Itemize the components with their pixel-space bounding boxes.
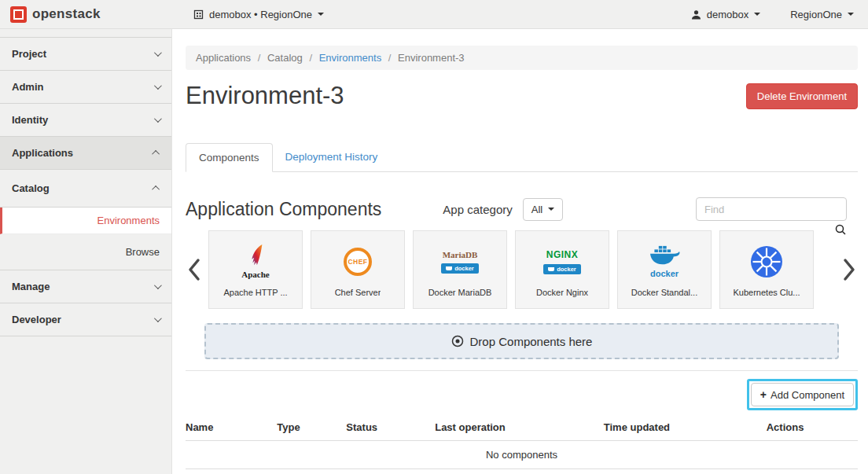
drop-components-zone[interactable]: Drop Components here [204,323,839,359]
component-card-label: Docker Standal... [631,288,697,297]
breadcrumb-current: Environment-3 [398,52,465,64]
sidebar-item-label: Developer [12,314,61,325]
breadcrumb-separator: / [388,52,392,64]
breadcrumb-separator: / [309,52,312,64]
project-icon [193,9,204,20]
whale-icon [548,267,554,271]
sidebar-item-manage[interactable]: Manage [0,270,171,303]
docker-badge-label: docker [557,266,576,273]
carousel-prev-button[interactable] [186,230,203,309]
chevron-down-icon [154,281,162,289]
chevron-down-icon [154,314,162,322]
component-card-docker-standalone[interactable]: docker Docker Standal... [617,230,712,309]
tab-deployment-history[interactable]: Deployment History [273,143,391,172]
mariadb-wordmark: MariaDB [443,250,478,259]
target-icon [451,335,464,347]
find-input[interactable] [696,197,847,221]
component-cards: Apache Apache HTTP ... CHEF Chef Server … [208,230,835,309]
app-category-value: All [531,204,542,215]
empty-table-row: No components [186,441,858,469]
context-label: demobox • RegionOne [209,9,312,20]
plus-icon: + [760,388,767,401]
docker-logo-icon: docker [647,242,682,281]
top-bar: openstack demobox • RegionOne demobox Re… [0,0,868,29]
docker-wordmark: docker [650,269,679,278]
sidebar-item-label: Identity [12,114,48,126]
add-component-row: + Add Component [186,379,858,410]
project-region-switcher[interactable]: demobox • RegionOne [193,9,324,20]
brand-name: openstack [32,6,101,22]
caret-down-icon [548,208,554,211]
chevron-down-icon [154,49,162,57]
caret-down-icon [848,13,854,16]
sidebar-item-browse[interactable]: Browse [0,234,171,270]
mariadb-docker-logo-icon: MariaDB docker [441,242,479,281]
section-title: Application Components [186,199,381,220]
chevron-up-icon [152,186,160,193]
chevron-up-icon [152,150,160,158]
column-header-last-operation: Last operation [435,413,604,441]
component-card-apache-http[interactable]: Apache Apache HTTP ... [208,230,303,309]
tab-components[interactable]: Components [186,143,273,172]
breadcrumb-separator: / [258,52,261,64]
section-divider [186,370,858,371]
apache-logo-icon: Apache [241,242,269,281]
component-card-chef-server[interactable]: CHEF Chef Server [311,230,405,309]
chevron-right-icon [842,258,856,281]
openstack-logo-icon [10,6,27,23]
component-search [696,197,847,221]
user-menu[interactable]: demobox [691,9,760,20]
caret-down-icon [754,13,760,16]
topbar-right: demobox RegionOne [691,9,868,20]
column-header-time-updated: Time updated [604,413,767,441]
sidebar-item-environments[interactable]: Environments [0,208,171,234]
region-label: RegionOne [790,9,842,20]
component-card-docker-mariadb[interactable]: MariaDB docker Docker MariaDB [413,230,507,309]
user-label: demobox [707,9,748,20]
add-component-button[interactable]: + Add Component [751,383,854,406]
sidebar-item-label: Browse [126,246,160,258]
component-card-label: Apache HTTP ... [223,288,287,297]
breadcrumb-environments-link[interactable]: Environments [319,52,381,64]
sidebar-item-project[interactable]: Project [0,38,171,71]
caret-down-icon [318,13,324,16]
component-card-docker-nginx[interactable]: NGINX docker Docker Nginx [515,230,609,309]
user-icon [691,9,701,20]
highlight-box: + Add Component [747,379,858,410]
horizon-dashboard: openstack demobox • RegionOne demobox Re… [0,0,868,474]
components-table: Name Type Status Last operation Time upd… [186,413,858,469]
region-menu[interactable]: RegionOne [790,9,854,20]
search-icon[interactable] [835,224,846,235]
component-card-kubernetes[interactable]: Kubernetes Clu... [719,230,814,309]
sidebar-item-applications[interactable]: Applications [0,137,171,170]
sidebar-item-catalog[interactable]: Catalog [0,170,171,208]
docker-badge-icon: docker [543,264,581,274]
carousel-next-button[interactable] [840,230,858,309]
kubernetes-logo-icon [750,242,783,281]
sidebar: Project Admin Identity Applications Cata… [0,29,172,474]
chevron-down-icon [154,115,162,123]
breadcrumb-catalog: Catalog [267,52,303,64]
sidebar-item-admin[interactable]: Admin [0,71,171,104]
breadcrumb: Applications / Catalog / Environments / … [186,46,858,70]
whale-icon [446,266,452,270]
sidebar-item-label: Catalog [12,182,50,194]
delete-environment-button[interactable]: Delete Environment [746,83,858,109]
table-header-row: Name Type Status Last operation Time upd… [186,413,858,441]
main-content: Applications / Catalog / Environments / … [172,29,868,474]
component-card-label: Docker Nginx [536,288,588,297]
app-category-dropdown[interactable]: All [523,198,563,221]
dropzone-label: Drop Components here [470,335,593,348]
chef-logo-icon: CHEF [344,242,372,281]
sidebar-item-label: Applications [12,147,73,159]
breadcrumb-applications: Applications [196,52,251,64]
openstack-brand[interactable]: openstack [0,6,172,23]
sidebar-item-developer[interactable]: Developer [0,303,171,336]
chevron-down-icon [154,82,162,90]
chef-wordmark: CHEF [348,258,367,266]
docker-badge-label: docker [454,265,474,272]
column-header-type: Type [277,413,346,441]
column-header-status: Status [346,413,435,441]
sidebar-item-identity[interactable]: Identity [0,104,171,137]
component-card-label: Kubernetes Clu... [734,288,800,297]
